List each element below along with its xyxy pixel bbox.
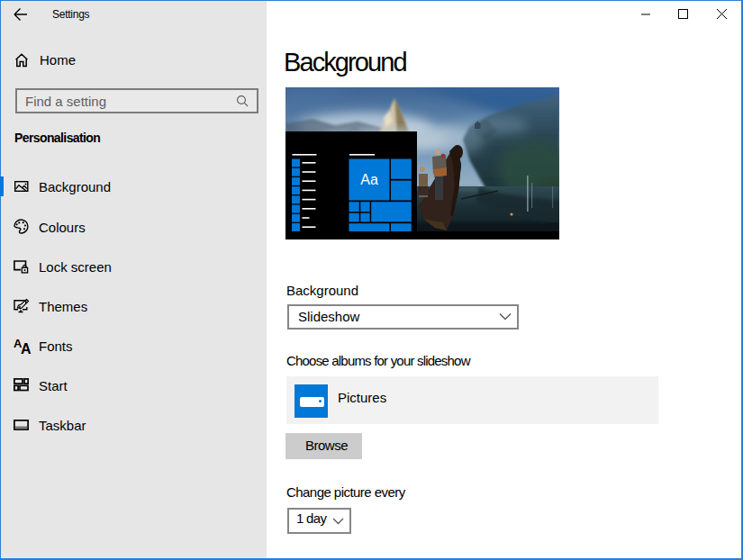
svg-text:Aa: Aa — [360, 172, 378, 187]
